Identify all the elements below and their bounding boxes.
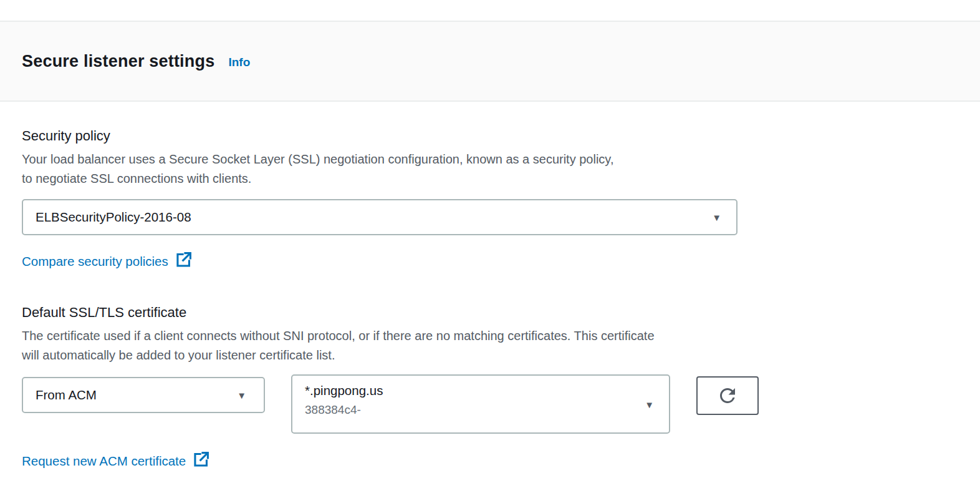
page-title: Secure listener settings xyxy=(22,52,214,71)
request-new-acm-certificate-link-label: Request new ACM certificate xyxy=(22,454,186,469)
security-policy-description: Your load balancer uses a Secure Socket … xyxy=(22,150,958,188)
refresh-certificates-button[interactable] xyxy=(696,376,759,415)
panel-header: Secure listener settings Info xyxy=(0,21,980,102)
default-certificate-description: The certificate used if a client connect… xyxy=(22,326,958,365)
security-policy-field: Security policy Your load balancer uses … xyxy=(22,128,958,271)
certificate-source-selected-value: From ACM xyxy=(36,388,97,403)
panel-body: Security policy Your load balancer uses … xyxy=(0,102,980,471)
dropdown-arrow-icon: ▼ xyxy=(712,212,721,223)
certificate-controls-row: From ACM ▼ *.pingpong.us 388384c4- ▼ xyxy=(22,374,958,434)
request-new-acm-certificate-link[interactable]: Request new ACM certificate xyxy=(22,451,209,471)
certificate-source-select[interactable]: From ACM ▼ xyxy=(22,377,265,413)
security-policy-selected-value: ELBSecurityPolicy-2016-08 xyxy=(36,210,191,225)
security-policy-select[interactable]: ELBSecurityPolicy-2016-08 ▼ xyxy=(22,199,737,235)
compare-link-row: Compare security policies xyxy=(22,251,958,271)
certificate-select[interactable]: *.pingpong.us 388384c4- ▼ xyxy=(291,374,670,434)
refresh-icon xyxy=(716,384,739,407)
external-link-icon xyxy=(193,451,209,471)
compare-security-policies-link-label: Compare security policies xyxy=(22,254,168,269)
compare-security-policies-link[interactable]: Compare security policies xyxy=(22,251,192,271)
security-policy-label: Security policy xyxy=(22,128,958,144)
dropdown-arrow-icon: ▼ xyxy=(237,390,246,401)
request-link-row: Request new ACM certificate xyxy=(22,451,958,471)
security-policy-description-line2: to negotiate SSL connections with client… xyxy=(22,169,958,188)
certificate-name: *.pingpong.us xyxy=(305,383,656,398)
security-policy-description-line1: Your load balancer uses a Secure Socket … xyxy=(22,150,958,169)
external-link-icon xyxy=(176,251,192,271)
default-certificate-field: Default SSL/TLS certificate The certific… xyxy=(22,305,958,471)
default-certificate-label: Default SSL/TLS certificate xyxy=(22,305,958,321)
default-certificate-description-line1: The certificate used if a client connect… xyxy=(22,326,958,346)
default-certificate-description-line2: will automatically be added to your list… xyxy=(22,346,958,365)
info-link[interactable]: Info xyxy=(228,56,250,69)
certificate-id: 388384c4- xyxy=(305,403,656,417)
